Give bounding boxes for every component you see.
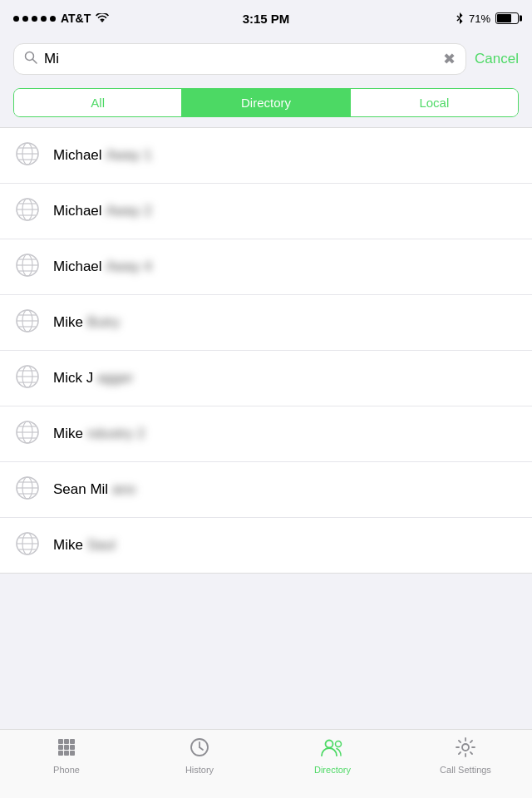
globe-icon	[13, 251, 42, 283]
svg-rect-31	[70, 745, 75, 750]
battery-percent: 71%	[469, 12, 490, 25]
contact-item[interactable]: Michael Away 4	[0, 239, 532, 295]
tab-directory[interactable]: Directory	[266, 735, 399, 775]
contact-name-blurred: Saul	[87, 537, 116, 554]
contact-name-blurred: ndustry 2	[87, 426, 145, 442]
contact-name-blurred: Butry	[87, 314, 121, 331]
svg-rect-28	[70, 739, 75, 744]
contact-name: Michael Away 1	[53, 147, 152, 164]
tab-phone[interactable]: Phone	[0, 735, 133, 775]
contact-name-blurred: Away 2	[106, 203, 151, 219]
search-input[interactable]	[44, 51, 436, 67]
contact-name-blurred: agger	[97, 370, 133, 387]
tab-directory-label: Directory	[314, 765, 351, 775]
contact-name-blurred: Away 4	[106, 259, 151, 275]
globe-icon	[13, 474, 42, 505]
svg-rect-34	[70, 751, 75, 756]
contact-name: Michael Away 4	[53, 259, 152, 275]
contact-name-blurred: ano	[112, 481, 135, 498]
tab-history[interactable]: History	[133, 735, 266, 775]
contact-name: Sean Mil ano	[53, 481, 135, 498]
contact-name: Mick J agger	[53, 370, 133, 387]
contact-item[interactable]: Sean Mil ano	[0, 462, 532, 518]
contact-list: Michael Away 1 Michael Away 2 Michael Aw…	[0, 127, 532, 574]
svg-line-37	[200, 747, 203, 750]
globe-icon	[13, 362, 42, 394]
svg-rect-27	[64, 739, 69, 744]
svg-rect-26	[58, 739, 63, 744]
status-right: 71%	[456, 12, 519, 25]
status-bar: AT&T 3:15 PM 71%	[0, 0, 532, 37]
tab-history-label: History	[185, 765, 214, 775]
tab-bar: Phone History Directory	[0, 729, 532, 798]
segmented-control: All Directory Local	[13, 88, 519, 117]
clear-button[interactable]: ✖︎	[443, 52, 456, 66]
globe-icon	[13, 195, 42, 227]
status-left: AT&T	[13, 12, 109, 25]
contact-name-blurred: Away 1	[106, 147, 151, 164]
bluetooth-icon	[456, 12, 464, 25]
wifi-icon	[96, 13, 109, 23]
contact-item[interactable]: Michael Away 1	[0, 128, 532, 184]
globe-icon	[13, 418, 42, 450]
svg-rect-33	[64, 751, 69, 756]
globe-icon	[13, 307, 42, 338]
directory-person-icon	[320, 736, 345, 761]
contact-item[interactable]: Mick J agger	[0, 351, 532, 406]
contact-name: Michael Away 2	[53, 203, 152, 219]
contact-item[interactable]: Mike ndustry 2	[0, 406, 532, 462]
contact-item[interactable]: Michael Away 2	[0, 184, 532, 239]
tab-call-settings[interactable]: Call Settings	[399, 735, 532, 775]
svg-rect-32	[58, 751, 63, 756]
carrier-label: AT&T	[61, 12, 91, 25]
tab-all[interactable]: All	[14, 89, 182, 116]
tab-directory[interactable]: Directory	[182, 89, 350, 116]
contact-name: Mike ndustry 2	[53, 426, 145, 442]
contact-name: Mike Saul	[53, 537, 116, 554]
svg-point-40	[462, 744, 469, 751]
status-time: 3:15 PM	[243, 12, 290, 26]
tab-phone-label: Phone	[53, 765, 80, 775]
svg-rect-29	[58, 745, 63, 750]
contact-item[interactable]: Mike Saul	[0, 518, 532, 573]
history-clock-icon	[189, 736, 210, 761]
search-bar: ✖︎ Cancel	[0, 37, 532, 81]
cancel-button[interactable]: Cancel	[475, 51, 519, 67]
globe-icon	[13, 530, 42, 561]
contact-name: Mike Butry	[53, 314, 120, 331]
svg-line-1	[33, 60, 37, 64]
contact-item[interactable]: Mike Butry	[0, 295, 532, 351]
search-icon	[24, 51, 37, 67]
svg-point-39	[336, 741, 342, 747]
signal-dots	[13, 16, 56, 22]
svg-point-38	[326, 741, 333, 748]
tab-call-settings-label: Call Settings	[440, 765, 491, 775]
tab-local[interactable]: Local	[351, 89, 518, 116]
battery-icon	[495, 12, 519, 24]
svg-rect-30	[64, 745, 69, 750]
search-input-wrap: ✖︎	[13, 43, 466, 75]
globe-icon	[13, 140, 42, 171]
call-settings-gear-icon	[455, 736, 476, 761]
phone-grid-icon	[56, 736, 77, 761]
